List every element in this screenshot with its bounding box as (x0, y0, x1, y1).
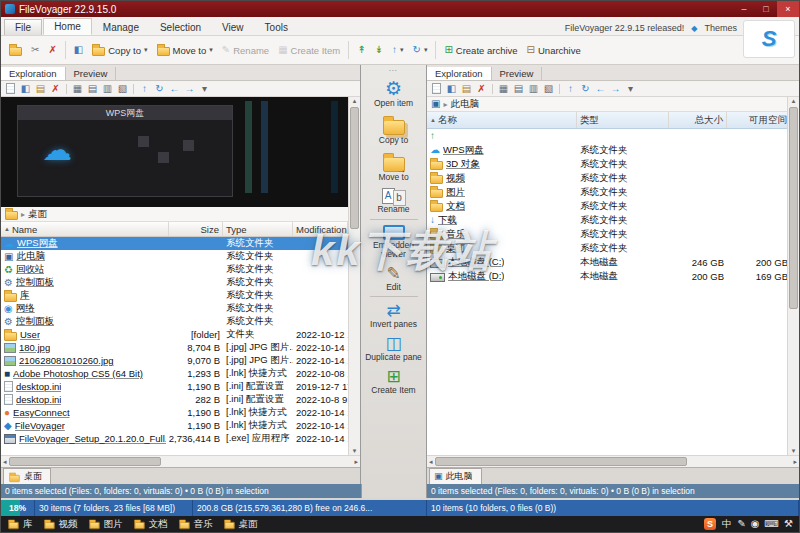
taskbar-item[interactable]: 文档 (133, 518, 168, 531)
refresh-button[interactable]: ↻▾ (409, 42, 432, 58)
file-row[interactable]: desktop.ini282 B[.ini] 配置设置2022-10-8 9:4… (1, 393, 348, 406)
folder-tab-desktop[interactable]: 桌面 (3, 468, 51, 484)
tool-duplicate-pane[interactable]: ◫Duplicate pane (363, 335, 425, 362)
file-row[interactable]: 文档系统文件夹 (427, 199, 787, 213)
list-view-button[interactable]: ▤ (86, 82, 99, 95)
delete-button[interactable]: ✗ (49, 82, 62, 95)
taskbar-item[interactable]: 音乐 (178, 518, 213, 531)
tool-embedded-viewer[interactable]: Embedded viewer (363, 225, 425, 259)
file-row[interactable]: ♻回收站系统文件夹 (1, 263, 348, 276)
file-row[interactable]: 本地磁盘 (C:)本地磁盘246 GB200 GB (427, 255, 787, 269)
forward-button[interactable]: → (609, 82, 622, 95)
file-row[interactable]: desktop.ini1,190 B[.ini] 配置设置2019-12-7 1… (1, 380, 348, 393)
thumbnails-view-button[interactable]: ▦ (497, 82, 510, 95)
scrollbar-thumb[interactable] (789, 107, 798, 309)
scrollbar-thumb[interactable] (9, 457, 161, 466)
file-row[interactable]: ☁WPS网盘系统文件夹 (1, 237, 348, 250)
tool-edit[interactable]: ✎Edit (363, 265, 425, 292)
pen-icon[interactable]: ✎ (737, 519, 745, 529)
file-row[interactable]: 图片系统文件夹 (427, 185, 787, 199)
details-view-button[interactable]: ▥ (527, 82, 540, 95)
themes-menu[interactable]: Themes (704, 23, 737, 33)
wrench-icon[interactable]: ⚒ (784, 519, 793, 529)
tool-create-item[interactable]: ⊞Create Item (363, 368, 425, 395)
scrollbar-thumb[interactable] (350, 107, 359, 229)
ime-language-indicator[interactable]: 中 (722, 518, 732, 531)
up-button[interactable]: ↑ (564, 82, 577, 95)
minimize-button[interactable]: – (733, 1, 755, 17)
toolbar-button-create-item[interactable]: ▦Create Item (274, 42, 344, 59)
scroll-right-icon[interactable]: ▸ (793, 458, 797, 466)
dropdown-button[interactable]: ▾ (198, 82, 211, 95)
back-button[interactable]: ← (168, 82, 181, 95)
left-breadcrumb[interactable]: ▸ 桌面 (1, 207, 348, 222)
new-folder-button[interactable] (5, 41, 26, 59)
copy-button[interactable]: ◧ (70, 42, 87, 58)
back-button[interactable]: ← (594, 82, 607, 95)
thumbnails-view-button[interactable]: ▦ (71, 82, 84, 95)
forward-button[interactable]: → (183, 82, 196, 95)
column-header-modification-date[interactable]: Modification date (293, 222, 348, 236)
scroll-up-icon[interactable]: ▴ (792, 97, 796, 105)
file-row[interactable]: ⚙控制面板系统文件夹 (1, 276, 348, 289)
file-button[interactable] (430, 82, 443, 95)
file-row[interactable]: ☁WPS网盘系统文件夹 (427, 143, 787, 157)
file-row[interactable]: 音乐系统文件夹 (427, 227, 787, 241)
taskbar-item[interactable]: 视频 (43, 518, 78, 531)
tab-preview[interactable]: Preview (66, 67, 117, 80)
column-header-col2[interactable]: 总大小 (669, 112, 727, 128)
file-row[interactable]: ◆FileVoyager1,190 B[.lnk] 快捷方式2022-10-14… (1, 419, 348, 432)
maximize-button[interactable]: □ (755, 1, 777, 17)
close-button[interactable]: × (777, 1, 799, 17)
paste-button[interactable]: ▤ (460, 82, 473, 95)
file-row[interactable]: ◉网络系统文件夹 (1, 302, 348, 315)
left-horizontal-scrollbar[interactable]: ◂ ▸ (1, 455, 360, 467)
copy-button[interactable]: ◧ (19, 82, 32, 95)
toolbar-button-copy-to[interactable]: Copy to▾ (88, 41, 151, 59)
ribbon-tab-file[interactable]: File (4, 19, 42, 35)
column-header-col3[interactable]: 可用空间 (727, 112, 791, 128)
scroll-down-icon[interactable]: ▾ (353, 447, 357, 455)
taskbar-item[interactable]: 桌面 (223, 518, 258, 531)
right-horizontal-scrollbar[interactable]: ◂ ▸ (427, 455, 799, 467)
mic-icon[interactable]: ◉ (751, 519, 760, 529)
arrow-up-button[interactable]: ↑▾ (388, 42, 408, 58)
paste-button[interactable]: ▤ (34, 82, 47, 95)
tool-invert-panes[interactable]: ⇄Invert panes (363, 302, 425, 329)
refresh-button[interactable]: ↻ (579, 82, 592, 95)
ribbon-tab-manage[interactable]: Manage (93, 20, 149, 35)
file-row[interactable]: ▣此电脑系统文件夹 (1, 250, 348, 263)
ribbon-tab-view[interactable]: View (212, 20, 254, 35)
file-row[interactable]: User[folder]文件夹2022-10-12 17:1... (1, 328, 348, 341)
ribbon-tab-selection[interactable]: Selection (150, 20, 211, 35)
tool-open-item[interactable]: ⚙Open item (363, 79, 425, 108)
column-header-name[interactable]: ▲Name (1, 222, 169, 236)
list-view-button[interactable]: ▤ (512, 82, 525, 95)
column-header-col0[interactable]: ▲名称 (427, 112, 577, 128)
toolbar-button-move-to[interactable]: Move to▾ (153, 41, 217, 59)
toolbar-button-unarchive[interactable]: ⊟Unarchive (523, 42, 585, 59)
toolbar-button-create-archive[interactable]: ⊞Create archive (440, 42, 521, 59)
tab-preview[interactable]: Preview (492, 67, 543, 80)
sogou-input-icon[interactable]: S (704, 518, 716, 530)
ribbon-tab-tools[interactable]: Tools (255, 20, 298, 35)
file-row[interactable]: FileVoyager_Setup_20.1.20.0_Full.exe32,7… (1, 432, 348, 445)
column-header-col1[interactable]: 类型 (577, 112, 669, 128)
file-row[interactable]: 180.jpg8,704 B[.jpg] JPG 图片...2022-10-14… (1, 341, 348, 354)
keyboard-icon[interactable]: ⌨ (765, 519, 779, 529)
file-button[interactable] (4, 82, 17, 95)
arrow-bottom-button[interactable]: ↡ (371, 42, 387, 58)
toolbar-button-rename[interactable]: ✎Rename (218, 42, 273, 59)
title-bar[interactable]: FileVoyager 22.9.15.0 –□× (1, 1, 799, 17)
delete-button[interactable]: ✗ (44, 42, 60, 58)
column-header-size[interactable]: Size (169, 222, 223, 236)
scroll-up-icon[interactable]: ▴ (353, 97, 357, 105)
column-header-type[interactable]: Type (223, 222, 293, 236)
copy-button[interactable]: ◧ (445, 82, 458, 95)
file-row[interactable]: ⚙控制面板系统文件夹 (1, 315, 348, 328)
tiles-view-button[interactable]: ▧ (542, 82, 555, 95)
tool-rename[interactable]: Rename (363, 188, 425, 214)
delete-button[interactable]: ✗ (475, 82, 488, 95)
file-row[interactable]: 本地磁盘 (D:)本地磁盘200 GB169 GB (427, 269, 787, 283)
file-row[interactable]: 桌面系统文件夹 (427, 241, 787, 255)
